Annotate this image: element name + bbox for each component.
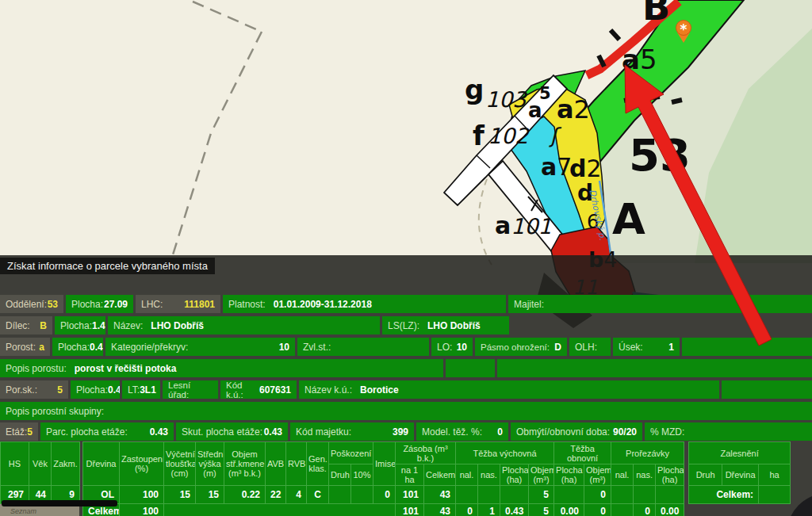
group-header-prorezavky: Prořezávky [611,442,684,464]
col-header-drevina: Dřevina [83,442,120,486]
group-header-poskozeni: Poškození [329,442,373,464]
field-lslz: LS(LZ):LHO Dobříš [382,316,509,334]
field-porost: Porost:a [0,338,50,356]
col-header-imise: Imise [373,442,396,486]
field-kod-ku: Kód k.ú.:607631 [220,380,297,399]
col-header-tv-nas: nas. [478,464,500,486]
field-etaz: Etáž:5 [0,422,38,441]
field-model-tez: Model. těž. %:0 [416,422,508,441]
field-oddeleni: Oddělení:53 [0,295,63,313]
table-cell [656,486,684,504]
field-lhc: LHC:111801 [136,295,220,313]
col-header-celkem: Celkem [424,464,456,486]
table-cell: 15 [164,486,196,504]
table-cell: 0.22 [224,486,266,504]
table-cell: 1 [478,504,500,516]
col-header-pr-nal: nal. [611,464,634,486]
empty-cell [497,359,812,377]
stand-label-a-small: a [528,100,542,120]
table-cell: 101 [396,486,424,504]
field-kategorie: Kategorie/překryv:10 [105,338,295,356]
table-cell: 100 [120,504,164,516]
table-cell: 0 [373,486,396,504]
field-popis-skupiny: Popis porostní skupiny: [0,402,812,420]
table-cell: 15 [196,486,224,504]
table-cell [611,486,634,504]
table-cell [634,486,656,504]
col-header-tv-nal: nal. [456,464,478,486]
table-cell: 0.00 [554,504,584,516]
field-obmyti: Obmýtí/obnovní doba:90/20 [511,422,642,441]
table-cell: C [307,486,329,504]
table-cell: 22 [266,486,286,504]
map-tooltip: Získat informace o parcele vybraného mís… [0,258,215,274]
field-popis-porostu: Popis porostu:porost v řečišti potoka [0,359,443,377]
void-cell [689,504,791,516]
table-cell [329,486,351,504]
group-header-tezba-obnovni: Těžba obnovní [554,442,611,464]
district-label-53: 53 [629,133,691,178]
empty-cell [682,338,812,356]
field-nazev: Název:LHO Dobříš [108,316,380,334]
col-header-zastoupeni: Zastoupení (%) [120,442,164,486]
field-plocha-porsk: Plocha:0.43 [71,380,120,399]
stand-label-a101: a101 [495,214,552,238]
col-header-to-plocha: Plocha (ha) [554,464,584,486]
table-cell [500,486,529,504]
table-cell [759,486,791,504]
table-cell: 101 [396,504,424,516]
group-header-tezba-vychovna: Těžba výchovná [456,442,554,464]
table-cell: 5 [529,504,554,516]
table-cell [456,486,478,504]
field-olh: OLH: [569,338,611,356]
group-header-zasoba: Zásoba (m³ b.k.) [396,442,456,464]
parcel-label-102: 102 [488,125,529,147]
col-header-posk-10: 10% [351,464,373,486]
col-header-na1ha: na 1 ha [396,464,424,486]
field-plocha-oddeleni: Plocha:27.09 [66,295,133,313]
col-header-vek: Věk [29,442,52,486]
field-majitel: Majitel: [508,295,812,313]
stand-label-d2: d2 [569,157,602,181]
col-header-to-objem: Objem (m³) [584,464,611,486]
field-lt: LT:3L1 [122,380,160,399]
table-cell: 0 [584,504,611,516]
stand-label-a2: a2 [557,97,590,122]
stand-label-a7: a7 [541,155,572,179]
table-cell [351,486,373,504]
col-header-rvb: RVB [286,442,307,486]
field-usek: Úsek:1 [613,338,680,356]
table-cell: 4 [286,486,307,504]
field-plocha-porost: Plocha:0.43 [52,338,103,356]
col-header-stredni: Střední výška (m) [196,442,224,486]
col-header-tv-plocha: Plocha (ha) [500,464,529,486]
table-cell: 0 [456,504,478,516]
table-cell: 0.00 [656,504,684,516]
group-header-zalesneni: Zalesnění [689,442,791,464]
field-parc-plocha: Parc. plocha etáže:0.43 [40,422,174,441]
field-mzd: % MZD: [645,422,812,441]
parcel-label-103: 103 [485,89,527,110]
table-cell: 0 [584,486,611,504]
field-platnost: Platnost:01.01.2009-31.12.2018 [223,295,506,313]
district-label-B: B [642,0,670,25]
field-lesni-urad: Lesní úřad: [163,380,218,399]
app-window: * g 103 f 102 5 a a2 ʃ d2 a7 d 6 a101 a5… [0,0,812,516]
col-header-zakm: Zakm. [52,442,80,486]
table-cell: 100 [120,486,164,504]
parcel-label-g: g [465,76,484,103]
col-header-pr-plocha: Plocha (ha) [656,464,684,486]
field-lo: LO:10 [431,338,473,356]
col-header-avb: AVB [266,442,286,486]
table-cell [611,504,634,516]
section-mark: ʃ [550,125,557,146]
table-cell [554,486,584,504]
col-header-objem: Objem stř.kmene (m³ b.k.) [224,442,266,486]
field-dilec: Dílec:B [0,316,52,334]
col-header-posk-druh: Druh [329,464,351,486]
col-header-tv-objem: Objem (m³) [529,464,554,486]
table-cell: 43 [424,504,456,516]
col-header-vycetni: Výčetní tloušťka (cm) [164,442,196,486]
table-cell: 0.43 [500,504,529,516]
field-kod-majetku: Kód majetku:399 [290,422,414,441]
